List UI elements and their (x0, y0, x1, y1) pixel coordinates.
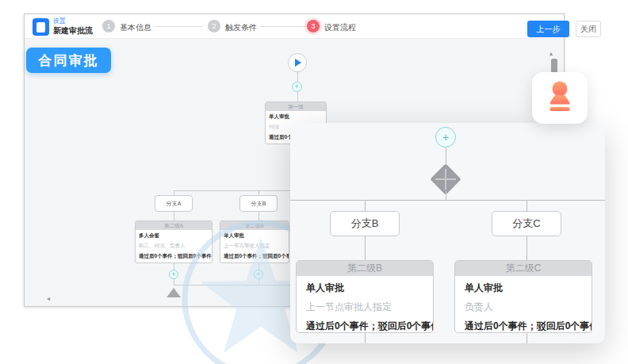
step-1-circle[interactable]: 1 (102, 20, 115, 33)
connector-line (174, 279, 174, 285)
branch-c-label: 分支C (512, 216, 540, 231)
level2b-node-card[interactable]: 第二级B 单人审批 上一节点审批人指定 通过后0个事件；驳回后0个事件 (220, 220, 289, 263)
plus-icon: + (442, 131, 449, 144)
card-title: 第二级C (455, 261, 592, 276)
close-button[interactable]: 关闭 (576, 21, 601, 37)
app-logo (33, 18, 49, 36)
add-node-button[interactable]: + (435, 127, 456, 148)
assignee: 负责人 (455, 301, 592, 314)
events: 通过后0个事件；驳回后0个事件 (455, 320, 592, 333)
add-node-button[interactable]: + (254, 270, 263, 279)
vertical-scrollbar-thumb[interactable] (551, 59, 557, 73)
branch-a-node[interactable]: 分支A (155, 195, 193, 212)
connector-line (446, 148, 446, 164)
approve-type: 单人审批 (297, 282, 433, 295)
level2b-card-title: 第二级B (220, 221, 289, 230)
connector-line (297, 92, 298, 102)
step-3-circle[interactable]: 3 (307, 20, 320, 33)
app-tag-label: 设置 (53, 17, 66, 25)
approve-type: 单人审批 (266, 111, 326, 121)
branch-b-label: 分支B (351, 216, 379, 231)
connector-line (527, 236, 527, 260)
step-connector (155, 26, 202, 27)
step-2-label: 触发条件 (225, 22, 257, 33)
connector-line (527, 200, 527, 211)
connector-line (258, 263, 259, 270)
connector-line (258, 279, 259, 285)
level1-card-title: 第一级 (266, 102, 326, 111)
branch-b-label: 分支B (251, 200, 266, 208)
page-title: 新建审批流 (53, 26, 93, 36)
assignee: 和二、何洁、负责人 (136, 240, 212, 251)
connector-line (297, 72, 298, 82)
card-title: 第二级B (297, 261, 433, 276)
step-1-number: 1 (106, 22, 110, 30)
window-header: 设置 新建审批流 1 基本信息 2 触发条件 3 设置流程 上一步 关闭 (25, 14, 564, 39)
zoomed-flow-panel: + 分支B 第二级B 单人审批 上一节点审批人指定 通过后0个事件；驳回后0个事… (290, 123, 605, 343)
step-2-number: 2 (212, 22, 216, 30)
scroll-up-arrow[interactable]: ▴ (550, 50, 553, 57)
assignee: 上一节点审批人指定 (297, 301, 433, 314)
branch-a-label: 分支A (167, 200, 182, 208)
document-icon (36, 22, 45, 33)
branch-b-node[interactable]: 分支B (330, 211, 400, 236)
scroll-left-arrow[interactable]: ◂ (47, 295, 50, 302)
step-connector (260, 26, 308, 27)
step-2-circle[interactable]: 2 (208, 20, 220, 33)
previous-step-button[interactable]: 上一步 (527, 21, 569, 37)
branch-b-node[interactable]: 分支B (239, 195, 278, 212)
connector-line (174, 263, 174, 270)
connector-line (446, 190, 446, 200)
flow-name-tag: 合同审批 (26, 48, 111, 73)
connector-line (174, 212, 174, 220)
add-node-button[interactable]: + (292, 82, 302, 92)
approve-type: 单人审批 (455, 282, 592, 295)
level2a-node-card[interactable]: 第二级A 多人会签 和二、何洁、负责人 通过后0个事件；驳回后0个事件 (135, 220, 213, 263)
events: 通过后0个事件；驳回后0个事件 (220, 251, 289, 261)
connector-line (527, 333, 527, 343)
gateway-plus-icon (445, 169, 446, 190)
connector-line (290, 200, 605, 201)
assignee: 上一节点审批人指定 (220, 240, 289, 251)
connector-line (258, 212, 259, 220)
merge-end-node[interactable] (167, 288, 181, 297)
start-node[interactable] (288, 53, 307, 72)
connector-line (365, 200, 366, 211)
add-node-button[interactable]: + (169, 270, 178, 279)
step-3-number: 3 (311, 22, 315, 30)
plus-icon: + (295, 82, 299, 90)
plus-icon: + (171, 270, 175, 278)
connector-line (365, 236, 366, 260)
stamp-icon (544, 80, 576, 117)
level2c-node-card[interactable]: 第二级C 单人审批 负责人 通过后0个事件；驳回后0个事件 (454, 260, 592, 333)
level2b-node-card[interactable]: 第二级B 单人审批 上一节点审批人指定 通过后0个事件；驳回后0个事件 (296, 260, 434, 333)
step-1-label: 基本信息 (120, 22, 151, 33)
play-icon (295, 59, 301, 67)
events: 通过后0个事件；驳回后0个事件 (297, 320, 433, 333)
step-3-label: 设置流程 (324, 22, 356, 33)
stamp-badge-card (532, 72, 588, 124)
approve-type: 单人审批 (220, 230, 289, 240)
events: 通过后0个事件；驳回后0个事件 (136, 251, 212, 261)
approve-type: 多人会签 (136, 230, 212, 240)
connector-line (365, 333, 366, 343)
level2a-card-title: 第二级A (136, 221, 212, 230)
plus-icon: + (256, 270, 260, 278)
branch-c-node[interactable]: 分支C (492, 211, 561, 236)
